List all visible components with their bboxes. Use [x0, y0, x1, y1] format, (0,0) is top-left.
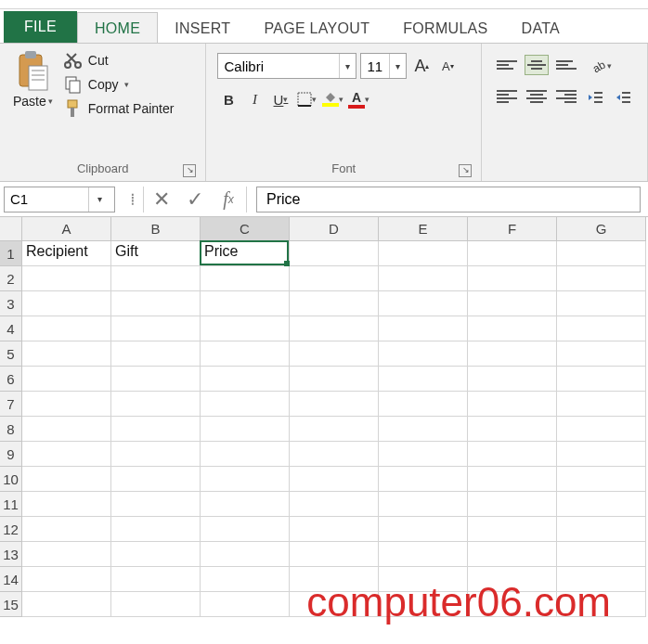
tab-home[interactable]: HOME: [77, 12, 158, 43]
clipboard-dialog-launcher[interactable]: ↘: [183, 164, 196, 177]
cell[interactable]: [22, 367, 111, 392]
paste-button[interactable]: Paste ▾: [7, 47, 58, 112]
cell[interactable]: [201, 341, 290, 367]
cell[interactable]: [22, 567, 111, 592]
cell[interactable]: [557, 467, 646, 492]
cell[interactable]: [290, 291, 379, 316]
cell[interactable]: [201, 442, 290, 467]
cell[interactable]: [379, 417, 468, 442]
cell[interactable]: [201, 492, 290, 517]
cell[interactable]: [111, 492, 201, 517]
cell[interactable]: [557, 341, 646, 367]
cell[interactable]: [201, 517, 290, 542]
tab-formulas[interactable]: FORMULAS: [386, 13, 504, 43]
cell[interactable]: [201, 266, 290, 291]
cell[interactable]: [290, 367, 379, 392]
cell[interactable]: [290, 492, 379, 517]
align-middle-button[interactable]: [525, 55, 549, 75]
font-dialog-launcher[interactable]: ↘: [459, 164, 472, 177]
cancel-button[interactable]: ✕: [146, 186, 177, 213]
enter-button[interactable]: ✓: [179, 186, 211, 213]
caret-down-icon[interactable]: ▾: [88, 187, 110, 212]
cell[interactable]: [22, 492, 111, 517]
cell[interactable]: [468, 517, 557, 542]
cell[interactable]: [290, 442, 379, 467]
tab-file[interactable]: FILE: [4, 11, 77, 43]
cell[interactable]: [22, 316, 111, 341]
cell[interactable]: [379, 241, 468, 266]
orientation-button[interactable]: ab▾: [590, 55, 612, 77]
column-header[interactable]: E: [379, 217, 468, 241]
cell[interactable]: [111, 316, 201, 341]
cell[interactable]: [379, 592, 468, 617]
cell[interactable]: [22, 291, 111, 316]
caret-down-icon[interactable]: ▾: [389, 54, 406, 78]
cell[interactable]: [468, 442, 557, 467]
cell[interactable]: [557, 592, 646, 617]
cell[interactable]: [201, 392, 290, 417]
column-header[interactable]: B: [111, 217, 201, 241]
cell[interactable]: [22, 341, 111, 367]
cell[interactable]: Gift: [111, 241, 201, 266]
font-color-button[interactable]: A ▾: [347, 88, 369, 110]
name-box[interactable]: ▾: [4, 187, 115, 213]
cell[interactable]: [22, 392, 111, 417]
cell[interactable]: [468, 241, 557, 266]
cell[interactable]: [22, 517, 111, 542]
cut-button[interactable]: Cut: [64, 51, 175, 70]
cell[interactable]: [22, 266, 111, 291]
cell[interactable]: [111, 417, 201, 442]
row-header[interactable]: 11: [0, 492, 22, 517]
cell[interactable]: [557, 417, 646, 442]
cell[interactable]: [111, 392, 201, 417]
row-header[interactable]: 12: [0, 517, 22, 542]
row-header[interactable]: 3: [0, 291, 22, 316]
column-header[interactable]: G: [557, 217, 646, 241]
cell[interactable]: [468, 492, 557, 517]
cell[interactable]: [290, 517, 379, 542]
cell[interactable]: [468, 467, 557, 492]
cell[interactable]: [22, 467, 111, 492]
cell[interactable]: [290, 592, 379, 617]
cell[interactable]: [290, 417, 379, 442]
cell[interactable]: [557, 517, 646, 542]
insert-function-button[interactable]: fx: [213, 186, 244, 213]
bold-button[interactable]: B: [217, 88, 240, 110]
row-header[interactable]: 15: [0, 592, 22, 617]
cell[interactable]: [379, 316, 468, 341]
cell[interactable]: [201, 567, 290, 592]
row-header[interactable]: 10: [0, 467, 22, 492]
increase-font-button[interactable]: A▴: [410, 55, 433, 77]
cell[interactable]: [557, 442, 646, 467]
cell[interactable]: [379, 392, 468, 417]
italic-button[interactable]: I: [243, 88, 266, 110]
row-header[interactable]: 7: [0, 392, 22, 417]
cell[interactable]: [379, 467, 468, 492]
cell[interactable]: [201, 291, 290, 316]
tab-data[interactable]: DATA: [505, 13, 577, 43]
cell[interactable]: [201, 542, 290, 567]
cell[interactable]: [201, 467, 290, 492]
align-bottom-button[interactable]: [554, 55, 578, 75]
cell[interactable]: [111, 367, 201, 392]
fill-color-button[interactable]: ▾: [321, 88, 343, 110]
cell[interactable]: [290, 316, 379, 341]
cell[interactable]: [557, 241, 646, 266]
cell[interactable]: [290, 392, 379, 417]
cell[interactable]: [557, 266, 646, 291]
cell[interactable]: Price: [201, 241, 290, 266]
cell[interactable]: [468, 392, 557, 417]
cell[interactable]: [201, 417, 290, 442]
cell[interactable]: [111, 467, 201, 492]
tab-pagelayout[interactable]: PAGE LAYOUT: [247, 13, 386, 43]
cell[interactable]: [111, 291, 201, 316]
cell[interactable]: [557, 367, 646, 392]
cell[interactable]: [379, 266, 468, 291]
cell[interactable]: [111, 592, 201, 617]
increase-indent-button[interactable]: [612, 86, 634, 109]
cell[interactable]: [379, 542, 468, 567]
cell[interactable]: [379, 367, 468, 392]
cell[interactable]: [111, 266, 201, 291]
cell[interactable]: [22, 542, 111, 567]
copy-button[interactable]: Copy ▾: [64, 75, 175, 94]
